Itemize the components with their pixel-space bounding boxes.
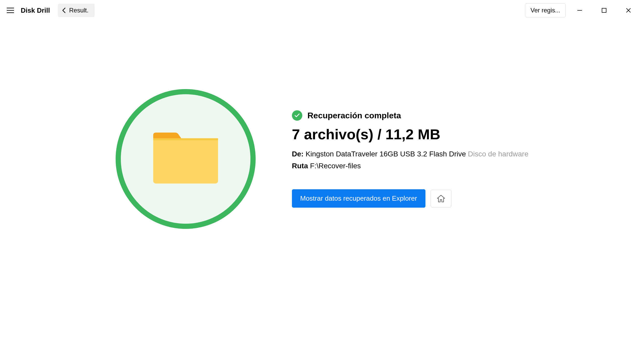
app-title: Disk Drill bbox=[21, 6, 50, 14]
info-section: Recuperación completa 7 archivo(s) / 11,… bbox=[292, 110, 528, 208]
source-label: De: bbox=[292, 150, 304, 158]
main-content: Recuperación completa 7 archivo(s) / 11,… bbox=[0, 21, 644, 349]
status-text: Recuperación completa bbox=[307, 111, 401, 120]
home-button[interactable] bbox=[431, 190, 451, 207]
check-badge bbox=[292, 110, 302, 121]
close-icon bbox=[626, 8, 631, 13]
source-type: Disco de hardware bbox=[468, 150, 528, 158]
hamburger-icon bbox=[7, 8, 14, 13]
file-summary: 7 archivo(s) / 11,2 MB bbox=[292, 126, 528, 143]
back-button-label: Result. bbox=[69, 7, 89, 14]
minimize-icon bbox=[577, 8, 583, 13]
header-right: Ver regis... bbox=[525, 3, 639, 17]
back-button[interactable]: Result. bbox=[58, 4, 95, 17]
status-row: Recuperación completa bbox=[292, 110, 528, 121]
button-row: Mostrar datos recuperados en Explorer bbox=[292, 189, 528, 208]
view-log-button[interactable]: Ver regis... bbox=[525, 3, 566, 17]
svg-rect-4 bbox=[602, 8, 606, 12]
minimize-button[interactable] bbox=[569, 4, 590, 17]
svg-rect-8 bbox=[153, 138, 218, 140]
maximize-icon bbox=[601, 8, 607, 13]
app-header: Disk Drill Result. Ver regis... bbox=[0, 0, 644, 21]
show-in-explorer-button[interactable]: Mostrar datos recuperados en Explorer bbox=[292, 189, 425, 208]
maximize-button[interactable] bbox=[594, 4, 614, 17]
folder-icon bbox=[151, 130, 221, 187]
menu-button[interactable] bbox=[5, 5, 16, 16]
source-row: De: Kingston DataTraveler 16GB USB 3.2 F… bbox=[292, 150, 528, 158]
path-value: F:\Recover-files bbox=[310, 162, 361, 170]
svg-rect-7 bbox=[153, 138, 218, 184]
home-icon bbox=[437, 194, 445, 203]
success-graphic bbox=[116, 89, 256, 229]
chevron-left-icon bbox=[62, 8, 66, 13]
path-label: Ruta bbox=[292, 162, 308, 170]
check-icon bbox=[294, 113, 300, 118]
content-wrapper: Recuperación completa 7 archivo(s) / 11,… bbox=[116, 89, 528, 229]
path-row: Ruta F:\Recover-files bbox=[292, 162, 528, 170]
close-button[interactable] bbox=[618, 4, 639, 17]
source-value: Kingston DataTraveler 16GB USB 3.2 Flash… bbox=[306, 150, 466, 158]
